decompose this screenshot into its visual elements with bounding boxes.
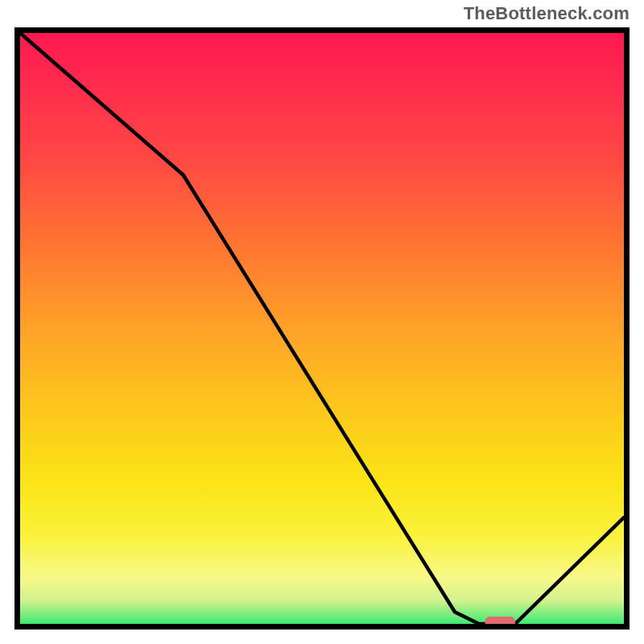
chart-plot xyxy=(20,33,624,624)
bottleneck-curve xyxy=(20,33,624,624)
watermark-text: TheBottleneck.com xyxy=(464,3,630,24)
chart-frame xyxy=(14,27,630,630)
optimal-region-marker xyxy=(485,617,516,624)
